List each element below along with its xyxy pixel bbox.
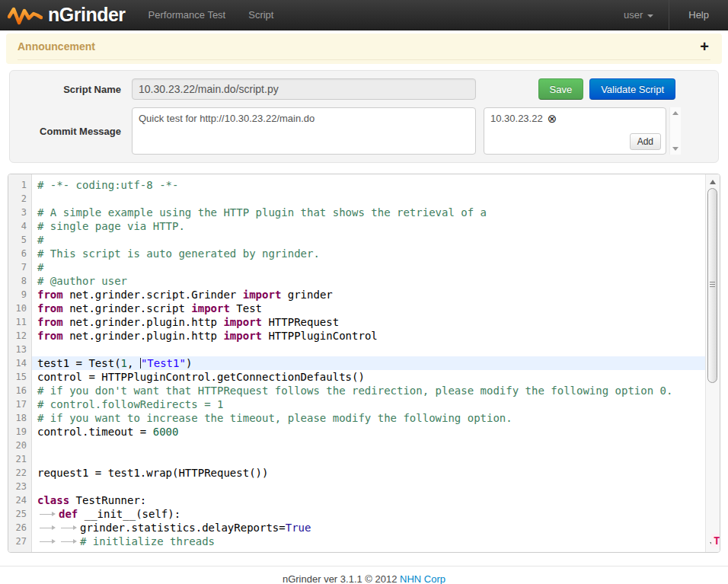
line-number: 1	[8, 178, 31, 192]
line-number: 15	[8, 370, 31, 384]
code-line[interactable]: from net.grinder.plugin.http import HTTP…	[32, 329, 705, 343]
code-line[interactable]	[32, 439, 705, 452]
host-item: 10.30.23.22 ⊗	[490, 113, 659, 124]
line-number: 6	[8, 247, 31, 260]
code-line[interactable]: from net.grinder.script import Test	[32, 302, 705, 315]
code-line[interactable]: # single page via HTTP.	[32, 219, 705, 233]
line-number: 11	[8, 315, 31, 329]
code-line[interactable]: request1 = test1.wrap(HTTPRequest())	[32, 466, 705, 480]
script-code-editor: 1234567891011121314151617181920212223242…	[8, 174, 720, 553]
line-number: 4	[8, 219, 31, 233]
code-line[interactable]: # control.followRedirects = 1	[32, 397, 705, 411]
line-number: 10	[8, 302, 31, 315]
announcement-expand-button[interactable]: +	[700, 39, 709, 54]
code-line[interactable]: # -*- coding:utf-8 -*-	[32, 178, 705, 192]
line-number: 21	[8, 452, 31, 466]
host-panel-scrollbar[interactable]	[669, 107, 681, 155]
code-line[interactable]: from net.grinder.plugin.http import HTTP…	[32, 315, 705, 329]
code-line[interactable]: # if you want to increase the timeout, p…	[32, 411, 705, 425]
script-name-row: Script Name Save Validate Script	[19, 78, 709, 100]
code-line[interactable]: control.timeout = 6000	[32, 425, 705, 439]
tab-arrow-icon	[59, 521, 80, 535]
clipped-text-fragment: T	[711, 534, 720, 547]
code-line[interactable]: class TestRunner:	[32, 493, 705, 507]
code-line[interactable]: # if you don't want that HTTPRequest fol…	[32, 384, 705, 397]
footer: nGrinder ver 3.1.1 © 2012 NHN Corp	[0, 566, 728, 584]
pulse-logo-icon	[8, 4, 43, 27]
line-number: 23	[8, 480, 31, 493]
line-number: 13	[8, 343, 31, 356]
save-button[interactable]: Save	[538, 78, 584, 100]
line-number: 25	[8, 507, 31, 521]
brand-name: nGrinder	[48, 4, 126, 26]
code-line[interactable]: # A simple example using the HTTP plugin…	[32, 206, 705, 219]
line-number: 8	[8, 274, 31, 288]
chevron-down-icon	[647, 14, 653, 18]
user-menu-label: user	[624, 9, 643, 21]
target-host-panel: 10.30.23.22 ⊗ Add	[484, 107, 666, 155]
code-line[interactable]: test1 = Test(1, "Test1")	[32, 356, 705, 370]
line-number: 7	[8, 260, 31, 274]
tab-arrow-icon	[37, 535, 59, 548]
code-line[interactable]: #	[32, 233, 705, 247]
line-number: 16	[8, 384, 31, 397]
navbar: nGrinder Performance Test Script user He…	[0, 0, 728, 30]
announcement-panel: Announcement +	[6, 34, 722, 64]
code-line[interactable]	[32, 192, 705, 206]
line-number: 2	[8, 192, 31, 206]
line-number: 17	[8, 397, 31, 411]
code-line[interactable]	[32, 480, 705, 493]
code-line[interactable]: # @author user	[32, 274, 705, 288]
scroll-down-icon[interactable]	[672, 147, 679, 151]
navbar-right: user Help	[608, 0, 728, 30]
scrollbar-thumb[interactable]	[707, 188, 717, 383]
line-number: 18	[8, 411, 31, 425]
tab-arrow-icon	[37, 507, 59, 521]
line-number: 12	[8, 329, 31, 343]
line-number: 22	[8, 466, 31, 480]
line-number: 27	[8, 535, 31, 548]
code-line[interactable]: from net.grinder.script.Grinder import g…	[32, 288, 705, 302]
scroll-up-icon[interactable]	[710, 180, 716, 184]
code-line[interactable]	[32, 343, 705, 356]
scrollbar-grip-icon	[710, 282, 715, 289]
line-number: 20	[8, 439, 31, 452]
line-number-gutter: 1234567891011121314151617181920212223242…	[8, 174, 32, 552]
code-line[interactable]: control = HTTPPluginControl.getConnectio…	[32, 370, 705, 384]
line-number: 5	[8, 233, 31, 247]
validate-script-button[interactable]: Validate Script	[589, 78, 675, 100]
code-line[interactable]: # initlialize threads	[32, 535, 705, 548]
line-number: 14	[8, 356, 31, 370]
script-form-panel: Script Name Save Validate Script Commit …	[9, 70, 719, 163]
scroll-up-icon[interactable]	[672, 111, 679, 115]
line-number: 9	[8, 288, 31, 302]
user-menu[interactable]: user	[608, 0, 669, 30]
brand-logo[interactable]: nGrinder	[0, 4, 126, 27]
action-buttons: Save Validate Script	[538, 78, 676, 100]
code-line[interactable]: def __init__(self):	[32, 507, 705, 521]
footer-version-text: nGrinder ver 3.1.1 © 2012	[283, 573, 398, 584]
nav-performance-test[interactable]: Performance Test	[148, 9, 226, 21]
code-lines[interactable]: # -*- coding:utf-8 -*-# A simple example…	[32, 174, 705, 552]
line-number: 26	[8, 521, 31, 535]
editor-scrollbar[interactable]	[705, 174, 720, 552]
code-line[interactable]	[32, 452, 705, 466]
line-number: 3	[8, 206, 31, 219]
commit-message-row: Commit Message Quick test for http://10.…	[19, 107, 709, 155]
add-host-button[interactable]: Add	[630, 133, 661, 150]
remove-host-icon[interactable]: ⊗	[548, 113, 557, 124]
commit-message-textarea[interactable]: Quick test for http://10.30.23.22/main.d…	[132, 107, 476, 155]
announcement-title: Announcement	[18, 40, 710, 60]
help-link[interactable]: Help	[669, 0, 728, 30]
nhn-corp-link[interactable]: NHN Corp	[400, 573, 445, 584]
line-number: 19	[8, 425, 31, 439]
script-name-input[interactable]	[132, 78, 476, 100]
nav-script[interactable]: Script	[248, 9, 273, 21]
code-line[interactable]: # This script is auto generated by ngrin…	[32, 247, 705, 260]
tab-arrow-icon	[37, 521, 59, 535]
host-name: 10.30.23.22	[490, 113, 543, 124]
code-line[interactable]: #	[32, 260, 705, 274]
code-line[interactable]: grinder.statistics.delayReports=True	[32, 521, 705, 535]
line-number: 24	[8, 493, 31, 507]
script-name-label: Script Name	[19, 84, 132, 95]
